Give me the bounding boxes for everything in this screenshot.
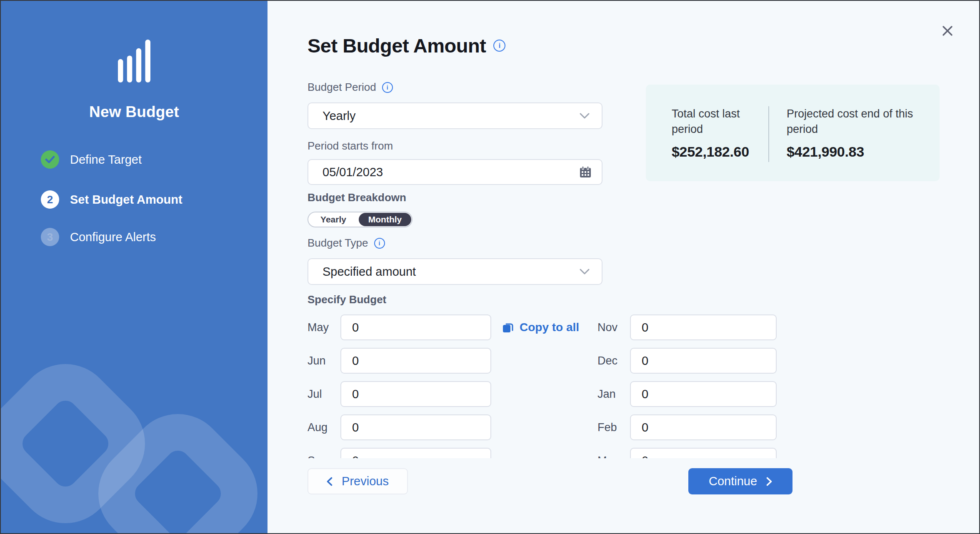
budget-breakdown-label: Budget Breakdown bbox=[308, 191, 406, 204]
budget-period-label: Budget Period bbox=[308, 81, 376, 94]
period-starts-label-row: Period starts from bbox=[308, 140, 393, 152]
sidebar-step-define-target[interactable]: Define Target bbox=[41, 150, 142, 169]
budget-row-jul: Jul bbox=[308, 381, 491, 407]
budget-period-value: Yearly bbox=[308, 109, 579, 123]
wizard-title: New Budget bbox=[1, 103, 268, 121]
budget-input-nov[interactable] bbox=[630, 314, 777, 340]
budget-row-nov: Nov bbox=[598, 314, 777, 340]
budget-type-info-icon[interactable]: i bbox=[374, 238, 385, 249]
bar-chart-icon bbox=[118, 39, 150, 82]
step-number-badge: 3 bbox=[41, 228, 59, 246]
specify-budget-label: Specify Budget bbox=[308, 293, 386, 306]
month-label: Aug bbox=[308, 421, 340, 434]
budget-row-jan: Jan bbox=[598, 381, 777, 407]
budget-input-aug[interactable] bbox=[340, 414, 491, 440]
close-icon bbox=[941, 25, 954, 37]
budget-breakdown-label-row: Budget Breakdown bbox=[308, 191, 406, 204]
budget-period-select[interactable]: Yearly bbox=[308, 102, 602, 129]
budget-type-label-row: Budget Type i bbox=[308, 237, 385, 250]
budget-period-info-icon[interactable]: i bbox=[382, 82, 393, 93]
budget-row-feb: Feb bbox=[598, 414, 777, 440]
cost-summary-card: Total cost last period $252,182.60 Proje… bbox=[646, 85, 940, 181]
wizard-sidebar: New Budget Define Target 2 Set Budget Am… bbox=[1, 1, 268, 533]
set-budget-amount-panel: Set Budget Amount i Total cost last peri… bbox=[268, 1, 979, 533]
close-button[interactable] bbox=[938, 21, 958, 41]
period-starts-label: Period starts from bbox=[308, 140, 393, 152]
budget-row-may: May bbox=[308, 314, 491, 340]
budget-row-sep: Sep bbox=[308, 448, 491, 458]
budget-breakdown-toggle: Yearly Monthly bbox=[308, 212, 412, 227]
budget-input-jul[interactable] bbox=[340, 381, 491, 407]
month-label: Feb bbox=[598, 421, 630, 434]
title-info-icon[interactable]: i bbox=[493, 40, 505, 52]
continue-button[interactable]: Continue bbox=[688, 468, 792, 494]
chevron-down-icon bbox=[579, 112, 590, 119]
budget-input-jan[interactable] bbox=[630, 381, 777, 407]
total-cost-last-period-value: $252,182.60 bbox=[672, 144, 772, 160]
new-budget-modal: New Budget Define Target 2 Set Budget Am… bbox=[0, 0, 980, 534]
previous-button[interactable]: Previous bbox=[308, 468, 408, 494]
step-label: Set Budget Amount bbox=[70, 193, 182, 207]
sidebar-step-configure-alerts[interactable]: 3 Configure Alerts bbox=[41, 228, 156, 246]
copy-to-all-button[interactable]: Copy to all bbox=[502, 314, 579, 340]
budget-row-dec: Dec bbox=[598, 348, 777, 374]
chevron-down-icon bbox=[579, 268, 590, 275]
budget-input-mar[interactable] bbox=[630, 448, 777, 458]
budget-row-aug: Aug bbox=[308, 414, 491, 440]
summary-divider bbox=[768, 106, 769, 162]
month-label: Sep bbox=[308, 454, 340, 459]
toggle-option-monthly[interactable]: Monthly bbox=[359, 213, 411, 226]
monthly-budget-grid: May Jun Jul Aug Sep bbox=[308, 314, 799, 458]
page-title-row: Set Budget Amount i bbox=[308, 34, 505, 57]
budget-input-feb[interactable] bbox=[630, 414, 777, 440]
budget-row-mar: Mar bbox=[598, 448, 777, 458]
budget-period-label-row: Budget Period i bbox=[308, 81, 393, 94]
period-starts-value: 05/01/2023 bbox=[308, 165, 579, 179]
previous-button-label: Previous bbox=[342, 474, 389, 488]
step-complete-check-icon bbox=[41, 150, 59, 169]
copy-icon bbox=[502, 321, 514, 334]
month-label: May bbox=[308, 321, 340, 334]
month-label: Jun bbox=[308, 354, 340, 367]
month-label: Jul bbox=[308, 388, 340, 401]
budget-input-sep[interactable] bbox=[340, 448, 491, 458]
continue-button-label: Continue bbox=[709, 474, 757, 488]
step-label: Configure Alerts bbox=[70, 230, 156, 244]
step-number-badge: 2 bbox=[41, 190, 59, 209]
budget-input-may[interactable] bbox=[340, 314, 491, 340]
month-label: Nov bbox=[598, 321, 630, 334]
step-label: Define Target bbox=[70, 153, 142, 167]
period-starts-date-input[interactable]: 05/01/2023 bbox=[308, 159, 602, 185]
sidebar-step-set-budget-amount[interactable]: 2 Set Budget Amount bbox=[41, 190, 182, 209]
month-label: Dec bbox=[598, 354, 630, 367]
projected-cost-value: $421,990.83 bbox=[787, 144, 924, 160]
toggle-option-yearly[interactable]: Yearly bbox=[308, 212, 358, 227]
budget-type-value: Specified amount bbox=[308, 265, 579, 279]
sidebar-watermark-pattern bbox=[1, 337, 268, 533]
budget-input-jun[interactable] bbox=[340, 348, 491, 374]
total-cost-last-period-label: Total cost last period bbox=[672, 106, 772, 137]
calendar-icon bbox=[579, 166, 592, 178]
budget-type-label: Budget Type bbox=[308, 237, 368, 250]
page-title: Set Budget Amount bbox=[308, 34, 486, 57]
budget-row-jun: Jun bbox=[308, 348, 491, 374]
copy-to-all-label: Copy to all bbox=[520, 321, 579, 334]
month-label: Jan bbox=[598, 388, 630, 401]
projected-cost-label: Projected cost end of this period bbox=[787, 106, 924, 137]
chevron-right-icon bbox=[766, 477, 772, 486]
specify-budget-label-row: Specify Budget bbox=[308, 293, 386, 306]
budget-type-select[interactable]: Specified amount bbox=[308, 258, 602, 285]
budget-input-dec[interactable] bbox=[630, 348, 777, 374]
month-label: Mar bbox=[598, 454, 630, 459]
chevron-left-icon bbox=[327, 477, 332, 486]
